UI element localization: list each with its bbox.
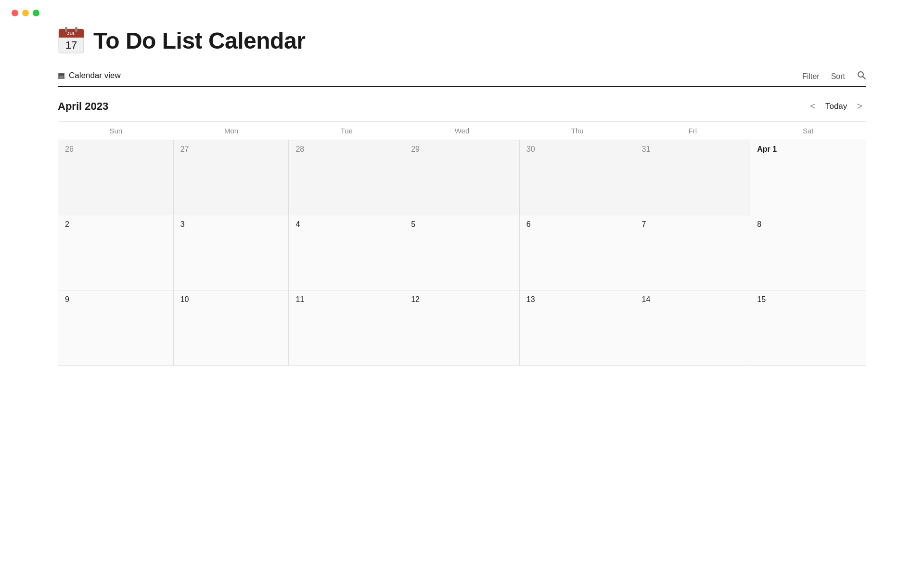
prev-month-button[interactable]: <	[806, 99, 820, 114]
table-row[interactable]: 5	[404, 215, 520, 290]
cell-date: 2	[65, 220, 69, 228]
cell-date: 4	[295, 220, 300, 228]
table-row[interactable]: 3	[174, 215, 289, 290]
calendar-view-tab[interactable]: ▦ Calendar view	[58, 71, 121, 82]
table-row[interactable]: 13	[520, 290, 635, 365]
svg-text:17: 17	[65, 39, 77, 51]
cell-date: 31	[642, 145, 651, 153]
next-month-button[interactable]: >	[853, 99, 866, 114]
cell-date: 29	[411, 145, 420, 153]
window-controls	[0, 0, 924, 26]
calendar-week-2: 2 3 4 5 6 7 8	[58, 215, 866, 290]
table-row[interactable]: 8	[750, 215, 866, 290]
calendar-week-1: 26 27 28 29 30 31 Apr 1	[58, 140, 866, 215]
today-button[interactable]: Today	[825, 102, 847, 111]
table-row[interactable]: 6	[520, 215, 635, 290]
table-row[interactable]: 7	[635, 215, 751, 290]
day-header-wed: Wed	[404, 122, 520, 140]
cell-date: 10	[180, 295, 189, 303]
table-row[interactable]: 15	[750, 290, 866, 365]
search-button[interactable]	[857, 70, 866, 82]
cell-date: 13	[526, 295, 535, 303]
search-icon	[857, 70, 866, 80]
svg-text:JUL: JUL	[67, 31, 76, 36]
cell-date: 26	[65, 145, 74, 153]
day-header-sat: Sat	[750, 122, 866, 140]
day-header-mon: Mon	[174, 122, 289, 140]
close-button[interactable]	[12, 10, 18, 16]
svg-rect-4	[65, 27, 67, 32]
cell-date: 7	[642, 220, 646, 228]
toolbar: ▦ Calendar view Filter Sort	[58, 70, 866, 87]
cell-date: 15	[757, 295, 766, 303]
page-header: JUL 17 To Do List Calendar	[58, 26, 866, 55]
day-headers: Sun Mon Tue Wed Thu Fri Sat	[58, 122, 866, 140]
table-row[interactable]: 10	[174, 290, 289, 365]
svg-line-8	[863, 77, 866, 79]
day-header-thu: Thu	[520, 122, 635, 140]
table-row[interactable]: 2	[58, 215, 174, 290]
table-row[interactable]: 4	[289, 215, 404, 290]
table-row[interactable]: 31	[635, 140, 751, 215]
table-row[interactable]: 26	[58, 140, 174, 215]
cell-date: 14	[642, 295, 651, 303]
table-row[interactable]: 29	[404, 140, 520, 215]
fullscreen-button[interactable]	[33, 10, 39, 16]
sort-button[interactable]: Sort	[831, 72, 845, 81]
cell-date: 3	[180, 220, 185, 228]
table-row[interactable]: 12	[404, 290, 520, 365]
day-header-tue: Tue	[289, 122, 404, 140]
calendar-week-3: 9 10 11 12 13 14 15	[58, 290, 866, 366]
table-row[interactable]: 9	[58, 290, 174, 365]
table-row[interactable]: 14	[635, 290, 751, 365]
page-title: To Do List Calendar	[93, 27, 305, 54]
day-header-sun: Sun	[58, 122, 174, 140]
toolbar-actions: Filter Sort	[802, 70, 866, 82]
table-row[interactable]: 11	[289, 290, 404, 365]
cell-date: 6	[526, 220, 531, 228]
cell-date: 5	[411, 220, 415, 228]
cell-date: Apr 1	[757, 145, 777, 153]
table-row[interactable]: Apr 1	[750, 140, 866, 215]
table-row[interactable]: 30	[520, 140, 635, 215]
calendar-grid-icon: ▦	[58, 71, 65, 80]
table-row[interactable]: 28	[289, 140, 404, 215]
nav-controls: < Today >	[806, 99, 866, 114]
day-header-fri: Fri	[635, 122, 751, 140]
view-tab-label: Calendar view	[69, 71, 121, 80]
cell-date: 8	[757, 220, 761, 228]
calendar-grid: Sun Mon Tue Wed Thu Fri Sat 26 27 28 29 …	[58, 121, 866, 366]
minimize-button[interactable]	[22, 10, 29, 16]
table-row[interactable]: 27	[174, 140, 289, 215]
svg-rect-5	[75, 27, 77, 32]
cell-date: 28	[295, 145, 304, 153]
filter-button[interactable]: Filter	[802, 72, 820, 81]
app-icon: JUL 17	[58, 26, 85, 55]
cell-date: 9	[65, 295, 69, 303]
cell-date: 11	[295, 295, 304, 303]
cell-date: 27	[180, 145, 189, 153]
calendar-nav: April 2023 < Today >	[58, 99, 866, 114]
cell-date: 12	[411, 295, 420, 303]
month-title: April 2023	[58, 100, 108, 113]
cell-date: 30	[526, 145, 535, 153]
